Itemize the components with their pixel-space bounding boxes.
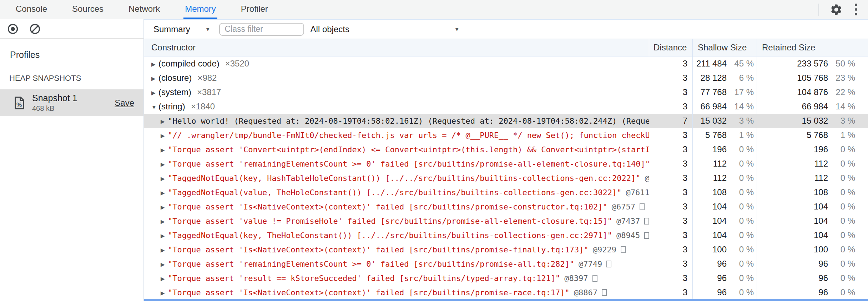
- table-row[interactable]: ▶"Torque assert 'Convert<uintptr>(endInd…: [144, 142, 868, 157]
- caret-collapsed-icon[interactable]: ▶: [151, 86, 158, 99]
- shallow-size-cell: 66 98414 %: [692, 99, 757, 114]
- shallow-size-value: 77 768: [701, 85, 727, 99]
- caret-collapsed-icon[interactable]: ▶: [161, 157, 168, 171]
- tab-console[interactable]: Console: [14, 0, 49, 19]
- tab-network[interactable]: Network: [127, 0, 161, 19]
- shallow-size-percent: 6 %: [727, 71, 754, 85]
- shallow-size-cell: 960 %: [692, 257, 757, 271]
- retained-size-cell: 1120 %: [757, 171, 868, 185]
- string-value: "Torque assert 'Is<NativeContext>(contex…: [168, 202, 607, 211]
- retained-size-value: 104: [814, 214, 828, 228]
- retained-size-percent: 0 %: [828, 285, 855, 300]
- table-row[interactable]: ▶"Torque assert 'Is<NativeContext>(conte…: [144, 242, 868, 257]
- retained-size-percent: 0 %: [828, 228, 855, 242]
- save-snapshot-link[interactable]: Save: [115, 98, 134, 108]
- perspective-select[interactable]: Summary ▼: [153, 24, 211, 34]
- tab-profiler[interactable]: Profiler: [239, 0, 269, 19]
- distance-cell: 3: [649, 128, 692, 142]
- table-row[interactable]: ▶"Torque assert 'Is<NativeContext>(conte…: [144, 285, 868, 300]
- shallow-size-percent: 0 %: [727, 242, 754, 257]
- retained-size-percent: 0 %: [828, 142, 855, 157]
- shallow-size-cell: 1040 %: [692, 228, 757, 242]
- panel-tabbar: ConsoleSourcesNetworkMemoryProfiler: [0, 0, 868, 19]
- table-row[interactable]: ▶"Torque assert 'remainingElementsCount …: [144, 157, 868, 171]
- caret-collapsed-icon[interactable]: ▶: [161, 229, 168, 242]
- snapshot-size: 468 kB: [32, 104, 77, 113]
- caret-collapsed-icon[interactable]: ▶: [161, 172, 168, 185]
- column-header-retained-size[interactable]: Retained Size: [757, 39, 868, 56]
- string-value: "Torque assert 'Convert<uintptr>(endInde…: [168, 145, 649, 154]
- column-header-distance[interactable]: Distance: [649, 39, 692, 56]
- table-row[interactable]: ▶"Torque assert 'Is<NativeContext>(conte…: [144, 199, 868, 214]
- string-value: "Torque assert 'result == kStoreSucceded…: [168, 274, 560, 283]
- table-row[interactable]: ▶"Hello world! (Requested at: 2024-08-19…: [144, 114, 868, 128]
- constructor-name: (closure): [158, 73, 192, 83]
- distance-cell: 3: [649, 285, 692, 300]
- record-icon[interactable]: [6, 23, 19, 35]
- caret-collapsed-icon[interactable]: ▶: [161, 272, 168, 285]
- gear-icon[interactable]: [830, 3, 843, 16]
- caret-collapsed-icon[interactable]: ▶: [161, 286, 168, 300]
- table-row[interactable]: ▶"// .wrangler/tmp/bundle-FmNIt0/checked…: [144, 128, 868, 142]
- string-value: "TaggedNotEqual(value, TheHoleConstant()…: [168, 188, 622, 197]
- caret-collapsed-icon[interactable]: ▶: [161, 200, 168, 214]
- grid-header-row: Constructor Distance Shallow Size Retain…: [144, 39, 868, 56]
- caret-expanded-icon[interactable]: ▼: [151, 100, 158, 114]
- shallow-size-cell: 211 48445 %: [692, 56, 757, 71]
- table-row[interactable]: ▶"Torque assert 'remainingElementsCount …: [144, 257, 868, 271]
- shallow-size-cell: 77 76817 %: [692, 85, 757, 99]
- class-filter-input[interactable]: [219, 23, 304, 36]
- shallow-size-value: 96: [717, 271, 727, 285]
- shallow-size-percent: 0 %: [727, 199, 754, 214]
- shallow-size-percent: 0 %: [727, 214, 754, 228]
- table-row[interactable]: ▶(system)×3817377 76817 %104 87622 %: [144, 85, 868, 99]
- caret-collapsed-icon[interactable]: ▶: [161, 143, 168, 157]
- table-row[interactable]: ▶"Torque assert 'value != PromiseHole' f…: [144, 214, 868, 228]
- table-row[interactable]: ▶"TaggedNotEqual(key, TheHoleConstant())…: [144, 228, 868, 242]
- distance-cell: 3: [649, 56, 692, 71]
- constructor-cell: ▶"Torque assert 'result == kStoreSuccede…: [144, 271, 649, 285]
- table-row[interactable]: ▶(compiled code)×35203211 48445 %233 576…: [144, 56, 868, 71]
- caret-collapsed-icon[interactable]: ▶: [161, 257, 168, 271]
- constructor-name: (system): [158, 87, 191, 97]
- table-row[interactable]: ▶"TaggedNotEqual(value, TheHoleConstant(…: [144, 185, 868, 199]
- block-icon[interactable]: [29, 23, 41, 35]
- retained-size-percent: 50 %: [828, 56, 855, 71]
- sidebar-item-snapshot-1[interactable]: % Snapshot 1 468 kB Save: [0, 89, 143, 116]
- objects-scope-select[interactable]: All objects ▼: [311, 24, 460, 34]
- table-row[interactable]: ▼(string)×1840366 98414 %66 98414 %: [144, 99, 868, 114]
- panel-body: Profiles HEAP SNAPSHOTS % Snapshot 1 468…: [0, 19, 868, 301]
- retained-size-value: 196: [814, 142, 828, 157]
- column-header-constructor[interactable]: Constructor: [144, 43, 649, 53]
- retained-size-percent: 0 %: [828, 157, 855, 171]
- retained-size-value: 108: [814, 185, 828, 199]
- caret-collapsed-icon[interactable]: ▶: [161, 186, 168, 199]
- table-row[interactable]: ▶"TaggedNotEqual(key, HashTableHoleConst…: [144, 171, 868, 185]
- caret-collapsed-icon[interactable]: ▶: [161, 114, 168, 128]
- string-value: "Torque assert 'remainingElementsCount >…: [168, 159, 649, 168]
- caret-collapsed-icon[interactable]: ▶: [151, 57, 158, 71]
- caret-collapsed-icon[interactable]: ▶: [161, 243, 168, 257]
- profiles-sidebar: Profiles HEAP SNAPSHOTS % Snapshot 1 468…: [0, 19, 144, 301]
- panel-tabs: ConsoleSourcesNetworkMemoryProfiler: [0, 0, 269, 19]
- chevron-down-icon: ▼: [454, 26, 460, 32]
- table-row[interactable]: ▶(closure)×982328 1286 %105 76823 %: [144, 71, 868, 85]
- shallow-size-value: 104: [712, 199, 727, 214]
- caret-collapsed-icon[interactable]: ▶: [151, 71, 158, 85]
- shallow-size-percent: 0 %: [727, 185, 754, 199]
- caret-collapsed-icon[interactable]: ▶: [161, 214, 168, 228]
- caret-collapsed-icon[interactable]: ▶: [161, 129, 168, 142]
- table-row[interactable]: ▶"Torque assert 'result == kStoreSuccede…: [144, 271, 868, 285]
- tab-sources[interactable]: Sources: [71, 0, 105, 19]
- tab-memory[interactable]: Memory: [183, 0, 217, 19]
- retained-size-cell: 5 7681 %: [757, 128, 868, 142]
- retained-size-value: 104 876: [797, 85, 828, 99]
- object-id: @8: [645, 174, 649, 183]
- column-header-shallow-size[interactable]: Shallow Size: [692, 39, 757, 56]
- grid-rows: ▶(compiled code)×35203211 48445 %233 576…: [144, 56, 868, 301]
- string-value: "// .wrangler/tmp/bundle-FmNIt0/checked-…: [168, 131, 649, 140]
- shallow-size-percent: 1 %: [727, 128, 754, 142]
- kebab-icon[interactable]: [853, 2, 859, 17]
- heap-snapshot-view: Summary ▼ All objects ▼ Constructor Dist…: [144, 19, 868, 301]
- distance-cell: 3: [649, 171, 692, 185]
